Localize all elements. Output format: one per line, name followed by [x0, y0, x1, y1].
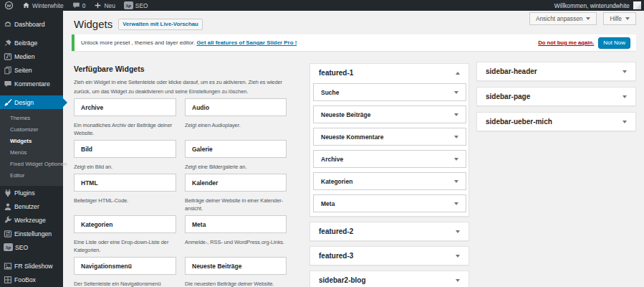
sidebar-item-foobox[interactable]: FooBox: [0, 273, 63, 286]
wp-logo[interactable]: [0, 0, 18, 11]
settings-icon: [4, 230, 12, 238]
do-not-bug-link[interactable]: Do not bug me again.: [538, 39, 594, 46]
notice-text: Unlock more preset , themes and layer ed…: [81, 39, 195, 46]
sidebar-item-kommentare[interactable]: Kommentare: [0, 77, 63, 90]
comments-link[interactable]: 0: [68, 0, 90, 11]
widget-description: Beiträge deiner Website in einer Kalende…: [185, 197, 287, 212]
not-now-button[interactable]: Not Now: [598, 37, 630, 49]
help-button[interactable]: Hilfe: [603, 12, 636, 25]
menu-separator: [0, 31, 63, 36]
sidebars-column: sidebar-header sidebar-page sidebar-uebe…: [476, 62, 636, 137]
widget-cell: Kategorien Eine Liste oder eine Drop-dow…: [74, 215, 176, 257]
wordpress-icon: [4, 1, 14, 10]
plugins-icon: [4, 189, 12, 197]
widget-card-meta[interactable]: Meta: [185, 215, 287, 233]
widget-description: Eine Liste oder eine Drop-down-Liste der…: [74, 238, 176, 254]
submenu-item-customizer[interactable]: Customizer: [0, 124, 63, 136]
chevron-down-icon: [623, 70, 627, 73]
available-widgets-description: Zieh ein Widget in eine Seitenleiste ode…: [74, 78, 287, 96]
widget-card-audio[interactable]: Audio: [185, 98, 287, 116]
widget-description: Der Seitenleiste ein Navigationsmenü hin…: [74, 280, 176, 287]
widget-area-header[interactable]: featured-2: [310, 222, 468, 240]
sidebar-item-benutzer[interactable]: Benutzer: [0, 199, 63, 213]
sidebar-item-plugins[interactable]: Plugins: [0, 186, 63, 199]
widget-area-featured-1: featured-1 Suche Neueste Beiträge Neuest…: [309, 63, 469, 217]
widget-cell: Bild Zeigt ein Bild an.: [74, 140, 176, 174]
chevron-down-icon: [454, 180, 458, 183]
welcome-account-link[interactable]: Willkommen, winterundwhite: [554, 2, 630, 9]
submenu-item-widgets[interactable]: Widgets: [0, 136, 63, 147]
widget-card-html[interactable]: HTML: [74, 174, 176, 192]
widget-card-navigationsmenue[interactable]: Navigationsmenü: [74, 257, 176, 275]
admin-menu: Dashboard Beiträge Medien Seiten Komment…: [0, 11, 63, 287]
widget-description: Die neuesten Beiträge deiner Website.: [185, 280, 287, 287]
widget-area-header[interactable]: sidebar-header: [477, 62, 635, 80]
page-header: Widgets Verwalten mit Live-Vorschau: [74, 18, 203, 30]
sidebar-item-einstellungen[interactable]: Einstellungen: [0, 227, 63, 240]
menu-separator: [0, 90, 63, 95]
widget-card-archive[interactable]: Archive: [74, 98, 176, 116]
sangar-slider-pro-link[interactable]: Get all features of Sangar Slider Pro !: [196, 39, 297, 46]
widget-cell: Neueste Beiträge Die neuesten Beiträge d…: [185, 257, 287, 287]
placed-widget-suche[interactable]: Suche: [313, 83, 466, 101]
chevron-down-icon: [456, 230, 460, 233]
chevron-down-icon: [456, 279, 460, 282]
sidebar-item-seo[interactable]: Sp SEO: [0, 240, 63, 254]
widget-card-kategorien[interactable]: Kategorien: [74, 215, 176, 233]
placed-widget-neueste-kommentare[interactable]: Neueste Kommentare: [313, 128, 466, 146]
chevron-down-icon: [454, 202, 458, 205]
submenu-item-themes[interactable]: Themes: [0, 113, 63, 124]
sidebar-item-medien[interactable]: Medien: [0, 50, 63, 63]
placed-widget-meta[interactable]: Meta: [313, 194, 466, 212]
page-title: Widgets: [74, 18, 112, 30]
pin-icon: [4, 39, 12, 47]
widget-description: Zeigt eine Bildergalerie an.: [185, 163, 287, 171]
widget-area-sidebar-header: sidebar-header: [476, 62, 636, 81]
admin-notice: Unlock more preset , themes and layer ed…: [72, 34, 636, 51]
widget-cell: Archive Ein monatliches Archiv der Beitr…: [74, 98, 176, 140]
widget-area-header[interactable]: featured-1: [310, 64, 468, 82]
plus-icon: [94, 1, 102, 9]
new-content-link[interactable]: Neu: [90, 0, 119, 11]
placed-widget-archive[interactable]: Archive: [313, 150, 466, 168]
sidebar-item-design[interactable]: Design: [0, 95, 63, 109]
sidebar-item-dashboard[interactable]: Dashboard: [0, 17, 63, 31]
submenu-item-editor[interactable]: Editor: [0, 170, 63, 182]
placed-widget-kategorien[interactable]: Kategorien: [313, 172, 466, 190]
widget-area-featured-2: featured-2: [309, 222, 469, 241]
seo-icon: Sp: [4, 243, 13, 251]
widget-area-sidebar-ueber-mich: sidebar-ueber-mich: [476, 112, 636, 131]
sidebar-item-fr-slideshow[interactable]: FR Slideshow: [0, 259, 63, 273]
seo-toolbar-link[interactable]: Sp SEO: [120, 0, 153, 11]
widget-card-kalender[interactable]: Kalender: [185, 174, 287, 192]
comments-icon: [4, 80, 12, 88]
screen-meta: Ansicht anpassen Hilfe: [529, 12, 636, 25]
widget-area-header[interactable]: featured-3: [310, 247, 468, 265]
widget-area-header[interactable]: sidebar2-blog: [310, 271, 468, 287]
widget-cell: Audio Zeigt einen Audioplayer.: [185, 98, 287, 140]
sidebar-item-beitraege[interactable]: Beiträge: [0, 36, 63, 50]
widget-cell: HTML Beliebiger HTML-Code.: [74, 174, 176, 215]
sp-badge-icon: Sp: [124, 1, 133, 9]
site-name-link[interactable]: Winterwhite: [18, 0, 68, 11]
submenu-item-fixed-widget-optionen[interactable]: Fixed Widget Optionen: [0, 159, 63, 170]
chevron-down-icon: [623, 121, 627, 123]
screen-options-button[interactable]: Ansicht anpassen: [529, 12, 597, 25]
pages-icon: [4, 66, 12, 75]
admin-bar: Winterwhite 0 Neu Sp SEO Willkommen, win…: [0, 0, 644, 11]
widget-description: Ein monatliches Archiv der Beiträge dein…: [74, 121, 176, 137]
manage-live-preview-button[interactable]: Verwalten mit Live-Vorschau: [118, 19, 203, 30]
widget-description: Anmelde-, RSS- und WordPress.org-Links.: [185, 238, 287, 246]
comment-bubble-icon: [72, 1, 80, 9]
widget-card-bild[interactable]: Bild: [74, 140, 176, 158]
widget-area-header[interactable]: sidebar-ueber-mich: [477, 113, 635, 131]
widget-area-featured-3: featured-3: [309, 246, 469, 265]
placed-widget-neueste-beitraege[interactable]: Neueste Beiträge: [313, 105, 466, 123]
widget-card-galerie[interactable]: Galerie: [185, 140, 287, 158]
submenu-item-menues[interactable]: Menüs: [0, 147, 63, 159]
sidebar-item-werkzeuge[interactable]: Werkzeuge: [0, 213, 63, 227]
chevron-down-icon: [586, 17, 590, 20]
sidebar-item-seiten[interactable]: Seiten: [0, 63, 63, 77]
widget-card-neueste-beitraege[interactable]: Neueste Beiträge: [185, 257, 287, 275]
widget-area-header[interactable]: sidebar-page: [477, 88, 635, 105]
